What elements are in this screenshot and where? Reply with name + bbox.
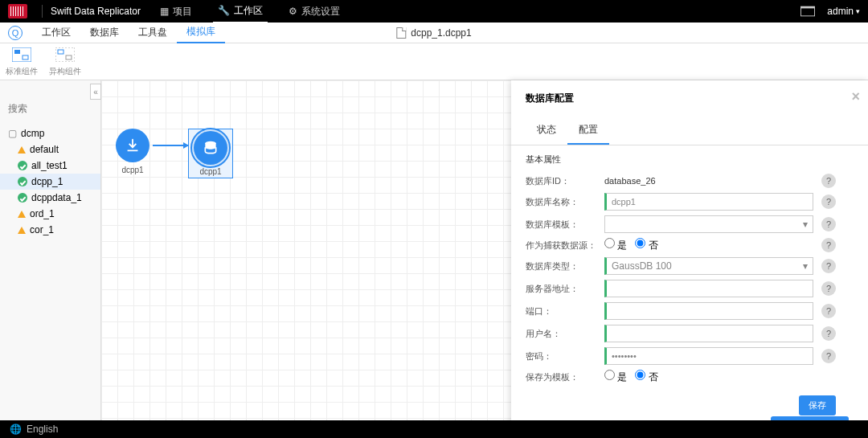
window-icon[interactable] — [800, 6, 815, 17]
nav-workspace[interactable]: 🔧工作区 — [213, 0, 268, 23]
port-input[interactable] — [604, 302, 813, 320]
section-basic: 基本属性 — [511, 145, 868, 174]
user-menu[interactable]: admin▾ — [827, 6, 860, 17]
help-icon[interactable]: ? — [821, 194, 836, 209]
footer: 🌐English — [0, 420, 868, 438]
db-template-select[interactable]: ▾ — [604, 215, 813, 233]
db-name-input[interactable] — [604, 193, 813, 211]
nav-settings[interactable]: ⚙系统设置 — [284, 1, 345, 23]
svg-rect-3 — [14, 50, 20, 54]
svg-rect-1 — [801, 8, 814, 15]
tree-item-alltest1[interactable]: all_test1 — [0, 158, 100, 174]
svg-rect-6 — [58, 50, 63, 54]
help-icon[interactable]: ? — [821, 281, 836, 296]
help-icon[interactable]: ? — [821, 238, 836, 252]
subtab-toolbox[interactable]: 工具盘 — [129, 23, 177, 43]
help-icon[interactable]: ? — [821, 326, 836, 341]
tree-item-default[interactable]: default — [0, 141, 100, 158]
top-bar: Swift Data Replicator ▦项目 🔧工作区 ⚙系统设置 adm… — [0, 0, 868, 23]
svg-rect-4 — [23, 55, 28, 59]
warn-icon — [18, 211, 26, 218]
tree-item-dcppdata1[interactable]: dcppdata_1 — [0, 190, 100, 206]
savetpl-radio[interactable]: 是 否 — [604, 370, 658, 384]
warn-icon — [18, 146, 26, 154]
username-input[interactable] — [604, 325, 813, 342]
toolbar: 标准组件 异构组件 — [0, 43, 868, 80]
help-icon[interactable]: ? — [821, 174, 836, 188]
canvas-node-target[interactable]: dcpp1 — [188, 129, 233, 178]
sidebar: « 🔍 ▢dcmp default all_test1 dcpp_1 dcppd… — [0, 80, 101, 438]
db-id-value: database_26 — [604, 176, 813, 186]
db-type-select[interactable]: GaussDB 100▾ — [604, 257, 813, 275]
help-icon[interactable]: ? — [821, 217, 836, 231]
ok-icon — [18, 193, 27, 203]
tree-item-ord1[interactable]: ord_1 — [0, 206, 100, 222]
tree-item-dcpp1[interactable]: dcpp_1 — [0, 174, 100, 190]
capture-radio[interactable]: 是 否 — [604, 238, 658, 252]
ok-icon — [18, 161, 27, 170]
canvas-arrow — [153, 145, 188, 146]
sub-nav: Q 工作区 数据库 工具盘 模拟库 dcpp_1.dcpp1 — [0, 23, 868, 43]
close-icon[interactable]: × — [851, 88, 860, 105]
globe-icon: 🌐 — [10, 424, 22, 435]
help-icon[interactable]: ? — [821, 349, 836, 363]
panel-tab-config[interactable]: 配置 — [567, 117, 609, 145]
tree-item-cor1[interactable]: cor_1 — [0, 222, 100, 238]
server-addr-input[interactable] — [604, 280, 813, 297]
tool-hetero[interactable]: 异构组件 — [43, 47, 87, 77]
document-title: dcpp_1.dcpp1 — [396, 27, 471, 39]
language-switch[interactable]: English — [27, 424, 58, 435]
file-icon — [396, 27, 406, 39]
brand-logo — [8, 4, 27, 18]
help-icon[interactable]: ? — [821, 304, 836, 318]
panel-title: 数据库配置 × — [511, 80, 868, 117]
save-button[interactable]: 保存 — [799, 395, 836, 415]
subtab-database[interactable]: 数据库 — [80, 23, 129, 43]
password-input[interactable] — [604, 347, 813, 365]
nav-project[interactable]: ▦项目 — [155, 1, 197, 23]
tool-standard[interactable]: 标准组件 — [0, 47, 43, 77]
panel-tab-status[interactable]: 状态 — [526, 117, 567, 145]
help-icon[interactable]: ? — [821, 259, 836, 273]
config-panel: 数据库配置 × 状态 配置 基本属性 数据库ID：database_26? 数据… — [511, 80, 868, 438]
subtab-workspace[interactable]: 工作区 — [32, 23, 80, 43]
ok-icon — [18, 177, 27, 186]
collapse-sidebar[interactable]: « — [90, 84, 101, 100]
warn-icon — [18, 227, 26, 234]
subtab-template[interactable]: 模拟库 — [177, 23, 225, 43]
tree-root[interactable]: ▢dcmp — [0, 125, 100, 141]
canvas-node-source[interactable]: dcpp1 — [116, 129, 149, 174]
help-icon[interactable]: Q — [8, 26, 23, 40]
svg-rect-7 — [66, 55, 72, 59]
app-name: Swift Data Replicator — [51, 6, 141, 17]
